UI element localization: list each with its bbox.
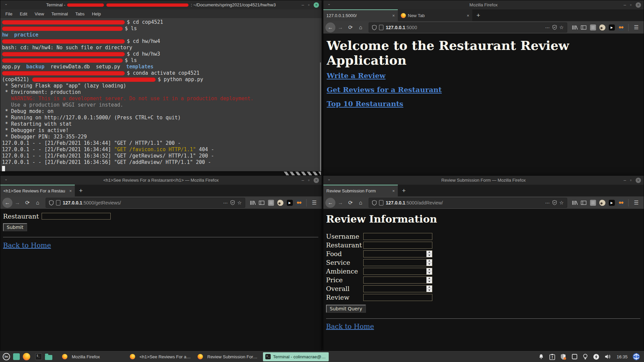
field-input-overall[interactable] bbox=[363, 285, 432, 292]
field-input-service[interactable] bbox=[363, 259, 432, 266]
bookmark-star-icon[interactable]: ☆ bbox=[237, 200, 241, 206]
firewall-shield-icon[interactable] bbox=[560, 354, 567, 360]
spinner-down-icon[interactable] bbox=[427, 280, 432, 283]
terminal-output[interactable]: $ cd cop4521$ lshw practice$ cd hw/hw4ba… bbox=[0, 18, 322, 171]
spinner-up-icon[interactable] bbox=[427, 259, 432, 263]
url-bar[interactable]: 127.0.0.1:5000 ⋯ ☆ bbox=[369, 22, 567, 33]
terminal-scrollbar[interactable] bbox=[320, 62, 321, 171]
extension-play-icon[interactable]: ▶ bbox=[609, 24, 615, 31]
close-button[interactable]: × bbox=[314, 2, 319, 8]
tab-review-form[interactable]: Review Submission Form × bbox=[323, 185, 398, 196]
back-button[interactable]: ← bbox=[2, 198, 12, 208]
minimize-button[interactable]: – bbox=[302, 3, 304, 7]
minimize-button[interactable]: – bbox=[624, 3, 626, 7]
page-actions-icon[interactable]: ⋯ bbox=[545, 200, 550, 205]
tab-close-icon[interactable]: × bbox=[392, 188, 395, 193]
top10-link[interactable]: Top 10 Restaurants bbox=[327, 100, 403, 108]
extension-screenshot-icon[interactable] bbox=[590, 200, 596, 206]
spinner-down-icon[interactable] bbox=[427, 289, 432, 292]
spinner-up-icon[interactable] bbox=[427, 251, 432, 254]
back-to-home-link[interactable]: Back to Home bbox=[326, 322, 374, 330]
taskbar-window-terminal[interactable]: >_Terminal - colinmacrae@c... bbox=[263, 352, 329, 361]
submit-query-button[interactable]: Submit Query bbox=[326, 305, 366, 313]
menu-button[interactable]: ☰ bbox=[312, 199, 317, 206]
menu-item-file[interactable]: File bbox=[2, 11, 16, 16]
permissions-shield-icon[interactable] bbox=[552, 200, 557, 205]
extension-play-icon[interactable]: ▶ bbox=[609, 200, 615, 206]
minimize-button[interactable]: – bbox=[302, 178, 304, 182]
number-spinner[interactable] bbox=[426, 251, 432, 257]
tab-close-icon[interactable]: × bbox=[392, 13, 395, 18]
sidebars-icon[interactable] bbox=[579, 25, 588, 30]
extension-shoe-icon[interactable] bbox=[599, 24, 605, 31]
extension-screenshot-icon[interactable] bbox=[590, 24, 596, 31]
maximize-button[interactable]: ▫ bbox=[630, 3, 632, 7]
number-spinner[interactable] bbox=[426, 268, 432, 275]
maximize-button[interactable]: ▫ bbox=[308, 178, 310, 182]
extension-screenshot-icon[interactable] bbox=[268, 200, 274, 206]
forward-button[interactable]: → bbox=[335, 23, 345, 32]
menu-item-terminal[interactable]: Terminal bbox=[48, 11, 71, 16]
reload-button[interactable]: ⟳ bbox=[345, 198, 356, 207]
menu-item-view[interactable]: View bbox=[31, 11, 48, 16]
close-button[interactable]: × bbox=[636, 2, 641, 8]
forward-button[interactable]: → bbox=[12, 198, 22, 207]
menu-button[interactable]: ☰ bbox=[634, 24, 639, 31]
brightness-bulb-icon[interactable] bbox=[583, 354, 588, 360]
extension-play-icon[interactable]: ▶ bbox=[287, 200, 293, 206]
home-button[interactable]: ⌂ bbox=[356, 23, 366, 32]
notifications-bell-icon[interactable] bbox=[538, 354, 544, 360]
taskbar-window-firefox[interactable]: Review Submission Form ... bbox=[195, 352, 261, 361]
spinner-down-icon[interactable] bbox=[427, 254, 432, 257]
mint-menu-button[interactable]: lm bbox=[3, 353, 10, 360]
tab-get-reviews[interactable]: <h1>See Reviews For a Restau × bbox=[0, 185, 75, 196]
sidebars-icon[interactable] bbox=[579, 200, 588, 205]
menu-item-help[interactable]: Help bbox=[88, 11, 105, 16]
terminal-launcher[interactable]: $_ bbox=[35, 353, 42, 360]
reload-button[interactable]: ⟳ bbox=[345, 23, 356, 32]
library-icon[interactable] bbox=[570, 25, 579, 30]
new-tab-button[interactable]: + bbox=[398, 185, 410, 196]
library-icon[interactable] bbox=[570, 200, 579, 205]
spinner-down-icon[interactable] bbox=[427, 272, 432, 275]
restaurant-input[interactable] bbox=[42, 213, 111, 220]
permissions-shield-icon[interactable] bbox=[230, 200, 235, 205]
home-button[interactable]: ⌂ bbox=[33, 198, 43, 207]
tracking-protection-shield-icon[interactable] bbox=[49, 200, 54, 205]
taskbar-window-firefox[interactable]: Mozilla Firefox bbox=[60, 352, 125, 361]
extension-shoe-icon[interactable] bbox=[599, 200, 605, 206]
url-bar[interactable]: 127.0.0.1:5000/addReview/ ⋯ ☆ bbox=[369, 198, 567, 208]
volume-icon[interactable] bbox=[604, 354, 611, 360]
back-to-home-link[interactable]: Back to Home bbox=[3, 241, 51, 249]
new-tab-button[interactable]: + bbox=[472, 9, 484, 21]
field-input-food[interactable] bbox=[363, 250, 432, 257]
tracking-protection-shield-icon[interactable] bbox=[372, 25, 377, 30]
maximize-button[interactable]: ▫ bbox=[308, 3, 310, 7]
spinner-up-icon[interactable] bbox=[427, 286, 432, 289]
spinner-up-icon[interactable] bbox=[427, 268, 432, 272]
page-actions-icon[interactable]: ⋯ bbox=[545, 25, 550, 30]
extension-goggles-icon[interactable] bbox=[618, 24, 624, 31]
field-input-restaurant[interactable] bbox=[363, 242, 432, 249]
tab-close-icon[interactable]: × bbox=[69, 188, 72, 193]
extension-goggles-icon[interactable] bbox=[618, 200, 624, 206]
menu-button[interactable]: ☰ bbox=[634, 199, 639, 206]
files-launcher[interactable] bbox=[45, 355, 52, 360]
show-desktop-button[interactable] bbox=[13, 353, 20, 360]
page-actions-icon[interactable]: ⋯ bbox=[223, 200, 228, 205]
clock[interactable]: 16:35 bbox=[616, 354, 628, 359]
menu-item-tabs[interactable]: Tabs bbox=[71, 11, 88, 16]
bookmark-star-icon[interactable]: ☆ bbox=[559, 24, 564, 31]
minimize-button[interactable]: – bbox=[624, 178, 626, 182]
write-review-link[interactable]: Write a Review bbox=[327, 72, 385, 80]
close-button[interactable]: × bbox=[314, 178, 319, 183]
tracking-protection-shield-icon[interactable] bbox=[372, 200, 377, 205]
number-spinner[interactable] bbox=[426, 277, 432, 283]
maximize-button[interactable]: ▫ bbox=[630, 178, 632, 182]
tab-new-tab[interactable]: New Tab × bbox=[398, 9, 472, 21]
forward-button[interactable]: → bbox=[335, 198, 345, 207]
url-bar[interactable]: 127.0.0.1:5000/getReviews/ ⋯ ☆ bbox=[46, 198, 245, 208]
firefox-launcher[interactable] bbox=[23, 353, 30, 360]
update-manager-icon[interactable]: ! bbox=[549, 354, 555, 360]
spinner-up-icon[interactable] bbox=[427, 277, 432, 280]
